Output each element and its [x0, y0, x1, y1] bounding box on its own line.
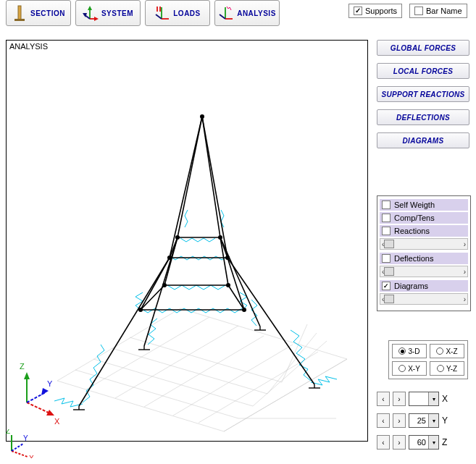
increment-button[interactable]: › [393, 413, 406, 428]
svg-point-61 [162, 283, 167, 287]
reactions-toggle[interactable]: Reactions [380, 225, 468, 237]
loads-label: LOADS [173, 9, 201, 17]
supports-toggle[interactable]: Supports [348, 4, 402, 18]
diagrams-toggle[interactable]: Diagrams [380, 280, 468, 292]
svg-point-56 [225, 256, 230, 260]
svg-line-34 [79, 258, 170, 406]
svg-line-16 [57, 381, 224, 431]
diagrams-button[interactable]: DIAGRAMS [377, 132, 469, 148]
rotation-z-input[interactable]: 60▾ [409, 435, 439, 450]
svg-line-10 [156, 14, 162, 19]
chevron-right-icon[interactable]: › [464, 295, 466, 303]
rotation-x-input[interactable]: ▾ [409, 392, 439, 406]
svg-rect-0 [18, 6, 21, 20]
global-axis-icon: Z X Y [6, 429, 39, 458]
svg-line-52 [178, 117, 202, 237]
svg-text:Z: Z [20, 362, 25, 371]
radio-icon [398, 365, 406, 372]
svg-point-54 [200, 114, 204, 119]
rotation-z-row: ‹ › 60▾ Z [377, 434, 471, 450]
decrement-button[interactable]: ‹ [377, 413, 390, 428]
svg-text:Y: Y [47, 379, 53, 388]
section-icon [12, 4, 28, 22]
section-button[interactable]: SECTION [6, 0, 71, 26]
checkbox-icon [382, 282, 391, 290]
svg-line-21 [253, 341, 327, 406]
view-xz-button[interactable]: X-Z [430, 344, 464, 358]
svg-point-58 [218, 235, 222, 240]
display-toggle-panel: Supports Bar Name [346, 0, 476, 22]
checkbox-icon [382, 227, 391, 235]
local-forces-button[interactable]: LOCAL FORCES [377, 63, 469, 79]
radio-icon [398, 347, 406, 355]
svg-line-43 [227, 258, 244, 310]
deflections-toggle[interactable]: Deflections [380, 253, 468, 264]
barname-label: Bar Name [426, 7, 462, 15]
axis-x-label: X [442, 394, 452, 404]
system-label: SYSTEM [101, 9, 133, 17]
slider-thumb[interactable] [384, 295, 394, 303]
chevron-right-icon[interactable]: › [464, 268, 466, 276]
svg-text:Z: Z [6, 429, 10, 435]
dropdown-icon[interactable]: ▾ [428, 414, 438, 427]
rotation-y-input[interactable]: 25▾ [409, 413, 439, 428]
svg-point-62 [226, 283, 230, 287]
analysis-viewport[interactable]: ANALYSIS [6, 40, 368, 442]
global-forces-button[interactable]: GLOBAL FORCES [377, 40, 469, 56]
svg-point-55 [167, 256, 172, 260]
support-reactions-button[interactable]: SUPPORT REACTIONS [377, 86, 469, 102]
decrement-button[interactable]: ‹ [377, 435, 390, 450]
view-yz-button[interactable]: Y-Z [430, 361, 464, 376]
diagrams-scale-slider[interactable]: ‹ › [380, 293, 468, 305]
display-options: Self Weigth Comp/Tens Reactions ‹ › Defl… [377, 195, 471, 311]
svg-text:X: X [54, 417, 60, 426]
reactions-scale-slider[interactable]: ‹ › [380, 238, 468, 250]
slider-thumb[interactable] [384, 240, 394, 248]
deflections-scale-slider[interactable]: ‹ › [380, 266, 468, 277]
main-toolbar: SECTION SYSTEM LOADS [0, 0, 285, 26]
slider-thumb[interactable] [384, 267, 394, 276]
deflections-button[interactable]: DEFLECTIONS [377, 109, 469, 125]
analysis-icon [218, 4, 234, 22]
checkbox-icon [382, 201, 391, 209]
svg-line-51 [202, 117, 227, 258]
axis-y-label: Y [442, 416, 452, 426]
results-panel: GLOBAL FORCES LOCAL FORCES SUPPORT REACT… [377, 40, 471, 156]
chevron-right-icon[interactable]: › [464, 240, 466, 248]
loads-button[interactable]: LOADS [145, 0, 210, 26]
analysis-label: ANALYSIS [237, 9, 276, 17]
dropdown-icon[interactable]: ▾ [428, 436, 438, 449]
svg-line-26 [57, 308, 180, 381]
system-button[interactable]: SYSTEM [75, 0, 141, 26]
svg-point-57 [175, 235, 180, 240]
analysis-button[interactable]: ANALYSIS [214, 0, 280, 26]
svg-line-24 [130, 337, 282, 382]
view-3d-button[interactable]: 3-D [392, 344, 427, 358]
radio-icon [436, 347, 443, 355]
axes-icon [83, 4, 99, 22]
barname-toggle[interactable]: Bar Name [409, 4, 467, 18]
supports-label: Supports [365, 7, 397, 15]
svg-line-35 [227, 258, 314, 384]
selfweight-toggle[interactable]: Self Weigth [380, 199, 468, 211]
svg-line-32 [199, 352, 318, 423]
svg-marker-3 [88, 6, 92, 10]
section-label: SECTION [30, 9, 65, 17]
dropdown-icon[interactable]: ▾ [428, 392, 438, 405]
svg-point-59 [138, 308, 143, 312]
comptens-toggle[interactable]: Comp/Tens [380, 212, 468, 224]
view-xy-button[interactable]: X-Y [392, 361, 427, 376]
view-orientation-panel: 3-D X-Z X-Y Y-Z [388, 340, 468, 379]
increment-button[interactable]: › [393, 392, 406, 406]
svg-line-53 [202, 117, 220, 237]
increment-button[interactable]: › [393, 435, 406, 450]
svg-line-15 [220, 14, 225, 19]
svg-line-27 [224, 359, 347, 431]
svg-line-45 [220, 237, 228, 285]
svg-marker-5 [94, 17, 99, 21]
svg-text:X: X [29, 455, 34, 458]
svg-line-28 [86, 317, 209, 389]
checkbox-icon [354, 7, 362, 15]
svg-marker-78 [41, 388, 49, 395]
decrement-button[interactable]: ‹ [377, 392, 390, 406]
